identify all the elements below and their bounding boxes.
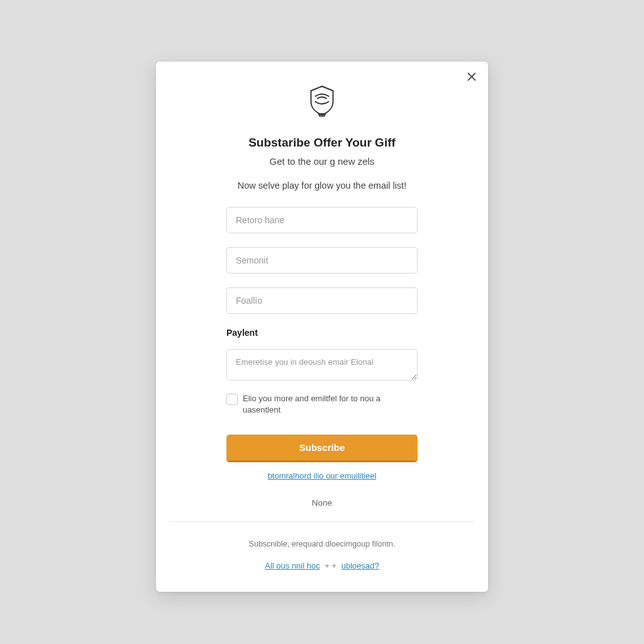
footer-text: Subscnible, erequard dloecimgoup filontn… bbox=[156, 540, 488, 548]
logo-container bbox=[226, 83, 418, 118]
close-icon bbox=[467, 72, 477, 82]
second-input[interactable] bbox=[226, 247, 418, 274]
divider bbox=[170, 521, 474, 522]
footer-separator: + + bbox=[325, 561, 336, 570]
footer-link-row: All ous nnil hoc + + ubloesad? bbox=[156, 561, 488, 570]
modal-title: Substaribe Offer Your Giff bbox=[226, 136, 418, 150]
subscribe-button[interactable]: Subscribe bbox=[226, 435, 418, 462]
subscribe-modal: Substaribe Offer Your Giff Get to the ou… bbox=[156, 62, 488, 592]
modal-lead: Now selve play for glow you the email li… bbox=[226, 180, 418, 191]
third-input[interactable] bbox=[226, 287, 418, 314]
section-label: Paylent bbox=[226, 328, 418, 338]
close-button[interactable] bbox=[465, 70, 478, 83]
footer-link-left[interactable]: All ous nnil hoc bbox=[265, 561, 319, 570]
primary-link[interactable]: btomralhord ilio our emuilitieel bbox=[226, 471, 418, 480]
consent-label: Elio you more and emiltfel for to nou a … bbox=[243, 393, 418, 416]
consent-checkbox[interactable] bbox=[226, 394, 238, 405]
modal-subtitle: Get to the our g new zels bbox=[226, 156, 418, 167]
name-input[interactable] bbox=[226, 207, 418, 233]
none-text: None bbox=[226, 498, 418, 508]
consent-row: Elio you more and emiltfel for to nou a … bbox=[226, 393, 418, 416]
brand-logo-icon bbox=[304, 83, 340, 118]
footer-link-right[interactable]: ubloesad? bbox=[341, 561, 379, 570]
message-textarea[interactable] bbox=[226, 349, 418, 380]
